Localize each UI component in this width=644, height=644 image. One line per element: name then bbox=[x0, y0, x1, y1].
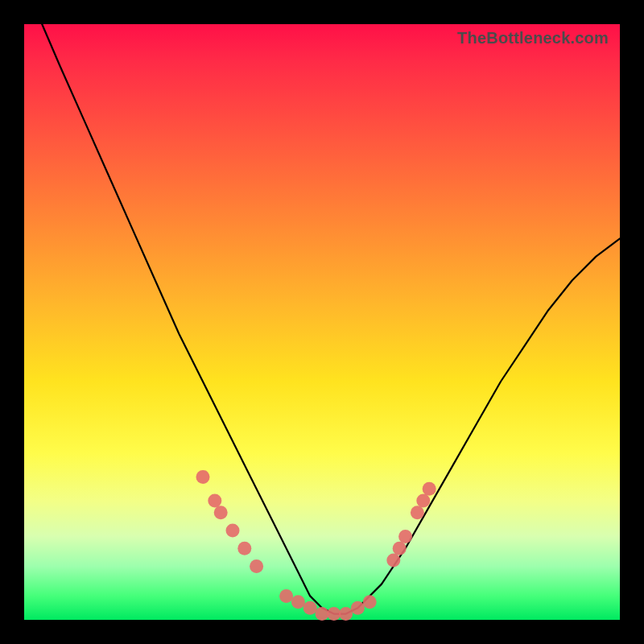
marker-dot bbox=[250, 559, 263, 573]
marker-dot bbox=[208, 494, 221, 508]
marker-dot bbox=[279, 589, 293, 603]
marker-dot bbox=[214, 506, 228, 519]
marker-group bbox=[196, 470, 436, 621]
marker-dot bbox=[339, 607, 353, 621]
marker-dot bbox=[363, 595, 377, 609]
marker-dot bbox=[196, 470, 210, 484]
marker-dot bbox=[316, 607, 329, 621]
marker-dot bbox=[416, 494, 430, 508]
marker-dot bbox=[398, 530, 412, 543]
marker-dot bbox=[351, 601, 365, 615]
chart-svg bbox=[24, 24, 620, 620]
marker-dot bbox=[327, 607, 341, 621]
chart-frame: TheBottleneck.com bbox=[24, 24, 620, 620]
marker-dot bbox=[226, 524, 240, 538]
marker-dot bbox=[386, 554, 400, 568]
bottleneck-curve bbox=[42, 24, 620, 614]
marker-dot bbox=[291, 595, 305, 609]
marker-dot bbox=[393, 542, 407, 555]
marker-dot bbox=[237, 542, 251, 555]
marker-dot bbox=[303, 601, 317, 615]
marker-dot bbox=[423, 482, 436, 496]
marker-dot bbox=[411, 506, 424, 519]
